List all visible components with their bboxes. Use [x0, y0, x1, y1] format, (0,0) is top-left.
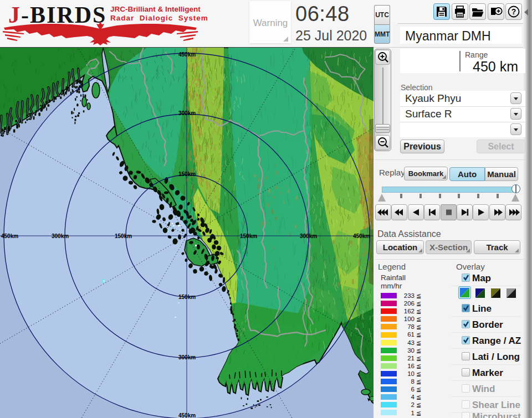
svg-text:450km: 450km [178, 51, 196, 58]
svg-text:300km: 300km [178, 110, 196, 116]
svg-text:300km: 300km [300, 233, 317, 239]
svg-text:150km: 150km [240, 233, 257, 239]
svg-text:300km: 300km [52, 233, 69, 239]
svg-text:300km: 300km [178, 354, 196, 360]
svg-text:150km: 150km [115, 233, 132, 239]
svg-text:150km: 150km [178, 171, 196, 177]
svg-text:450km: 450km [353, 233, 370, 239]
svg-text:?: ? [511, 7, 516, 16]
svg-text:450km: 450km [178, 412, 196, 418]
svg-text:150km: 150km [178, 294, 196, 300]
svg-text:450km: 450km [1, 233, 18, 239]
